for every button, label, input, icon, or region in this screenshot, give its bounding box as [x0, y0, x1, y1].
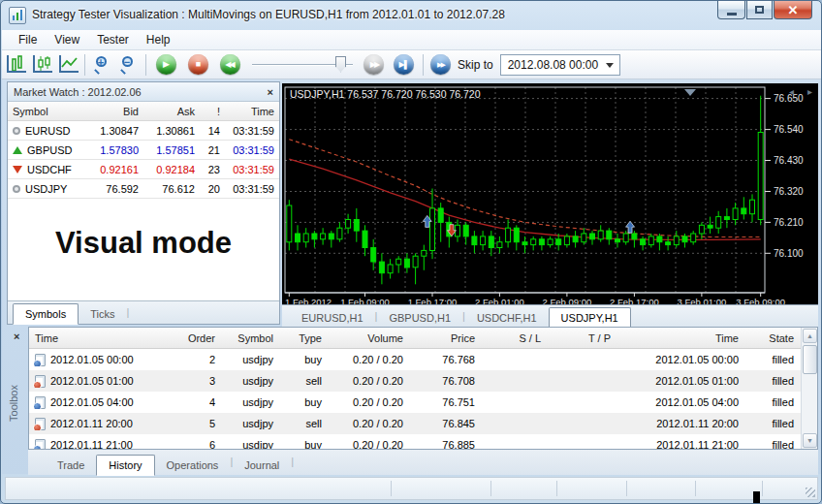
skip-to-button[interactable]: ▶▶	[427, 53, 454, 77]
market-watch-column-1[interactable]: Bid	[87, 106, 143, 117]
chevron-down-icon	[606, 63, 614, 68]
cell-value: filled	[744, 439, 800, 450]
bar-chart-button[interactable]	[2, 53, 28, 77]
history-column-4[interactable]: Volume	[328, 332, 409, 344]
cell-value: 2012.01.05 00:00	[50, 354, 134, 365]
tick-flat-icon	[13, 127, 20, 135]
menu-file[interactable]: File	[10, 31, 46, 48]
history-column-9[interactable]: State	[744, 332, 800, 344]
market-watch-panel: Market Watch : 2012.02.06 × SymbolBidAsk…	[7, 81, 280, 325]
menu-help[interactable]: Help	[138, 31, 179, 48]
skip-to-icon: ▶▶	[430, 54, 451, 75]
chart-tab-strip: EURUSD,H1|GBPUSD,H1|USDCHF,H1USDJPY,H1	[282, 304, 818, 328]
rewind-button[interactable]: ◀◀	[217, 53, 243, 77]
history-panel: TimeOrderSymbolTypeVolumePriceS / LT / P…	[28, 327, 818, 450]
fast-forward-button[interactable]: ▶▶	[361, 53, 387, 77]
symbols-tab-ticks[interactable]: Ticks	[79, 305, 126, 324]
history-column-2[interactable]: Symbol	[221, 332, 279, 344]
zoom-out-icon: −	[119, 55, 139, 75]
fast-forward-icon: ▶▶	[364, 54, 384, 75]
toolbox-tab-trade[interactable]: Trade	[46, 457, 96, 475]
toolbox-tab-history[interactable]: History	[96, 455, 154, 476]
minimize-button[interactable]	[717, 1, 745, 19]
market-watch-column-0[interactable]: Symbol	[8, 106, 87, 117]
speed-slider[interactable]	[252, 53, 353, 77]
cell-value: buy	[279, 396, 328, 408]
spread-value: 23	[200, 164, 225, 175]
client-area: Market Watch : 2012.02.06 × SymbolBidAsk…	[2, 79, 822, 474]
toolbox-close-icon[interactable]: ×	[14, 331, 19, 341]
chart-tab-gbpusd-h1[interactable]: GBPUSD,H1	[377, 309, 462, 328]
scroll-up-icon[interactable]: ▲	[803, 329, 817, 343]
scroll-down-icon[interactable]: ▼	[803, 433, 817, 448]
cell-value: sell	[279, 375, 328, 387]
play-button[interactable]: ▶	[153, 53, 179, 77]
history-column-1[interactable]: Order	[174, 332, 221, 344]
skip-date-select[interactable]: 2012.08.08 00:00	[500, 54, 620, 76]
scrollbar-thumb[interactable]	[803, 345, 817, 374]
history-row[interactable]: 2012.01.05 01:003usdjpysell0.20 / 0.2076…	[29, 370, 801, 392]
line-chart-button[interactable]	[54, 53, 80, 77]
stop-button[interactable]: ■	[185, 53, 211, 77]
maximize-button[interactable]	[746, 1, 773, 19]
price-chart[interactable]: 76.65076.54076.43076.32076.21076.1001 Fe…	[282, 83, 818, 304]
history-row[interactable]: 2012.01.05 00:002usdjpybuy0.20 / 0.2076.…	[29, 349, 801, 370]
history-column-5[interactable]: Price	[409, 332, 481, 344]
close-button[interactable]: ✕	[774, 1, 812, 19]
chart-tab-eurusd-h1[interactable]: EURUSD,H1	[290, 309, 375, 328]
history-row[interactable]: 2012.01.11 21:006usdjpybuy0.20 / 0.2076.…	[29, 434, 801, 450]
market-watch-row[interactable]: USDCHF0.921610.921842303:31:59	[8, 160, 279, 179]
market-watch-row[interactable]: EURUSD1.308471.308611403:31:59	[8, 121, 279, 141]
menu-view[interactable]: View	[46, 31, 88, 48]
chart-tabs-scroll-right-icon[interactable]: ▸	[807, 86, 812, 97]
market-watch-column-4[interactable]: Time	[225, 106, 279, 117]
history-column-0[interactable]: Time	[29, 332, 174, 344]
menu-bar: File View Tester Help	[2, 30, 822, 50]
history-column-8[interactable]: Time	[616, 332, 744, 344]
market-watch-row[interactable]: GBPUSD1.578301.578512103:31:59	[8, 141, 279, 160]
cell-value: buy	[279, 439, 328, 450]
resize-grip[interactable]	[806, 488, 815, 497]
time-value: 03:31:59	[225, 164, 279, 175]
market-watch-column-2[interactable]: Ask	[143, 106, 200, 117]
cell-value: buy	[279, 354, 328, 365]
chart-tab-usdchf-h1[interactable]: USDCHF,H1	[465, 309, 549, 328]
visual-mode-text: Visual mode	[8, 226, 279, 261]
buy-order-icon	[35, 439, 46, 451]
cell-value: 2012.01.05 04:00	[616, 396, 744, 408]
market-watch-close-icon[interactable]: ×	[268, 87, 273, 97]
candlestick-chart-button[interactable]	[28, 53, 54, 77]
history-scrollbar[interactable]: ▲ ▼	[801, 328, 817, 449]
menu-tester[interactable]: Tester	[88, 31, 138, 48]
toolbox-tab-operations[interactable]: Operations	[155, 457, 231, 475]
symbol-name: EURUSD	[25, 125, 70, 137]
cell-value: 76.768	[409, 354, 481, 365]
toolbar-separator	[145, 54, 146, 76]
tab-separator: |	[291, 456, 294, 469]
toolbox-tab-journal[interactable]: Journal	[233, 457, 291, 475]
cell-value: usdjpy	[221, 375, 279, 387]
bid-value: 1.57830	[87, 144, 143, 156]
sell-order-icon	[35, 375, 46, 388]
history-column-6[interactable]: S / L	[481, 332, 547, 344]
skip-to-end-button[interactable]: ▶▌	[391, 53, 417, 77]
market-watch-column-3[interactable]: !	[200, 106, 225, 117]
slider-thumb[interactable]	[335, 56, 346, 73]
cell-value: 2012.01.11 20:00	[50, 418, 133, 429]
chart-tab-usdjpy-h1[interactable]: USDJPY,H1	[549, 307, 631, 329]
chart-tabs-scroll-left-icon[interactable]: ◂	[789, 86, 794, 97]
market-watch-row[interactable]: USDJPY76.59276.6122003:31:59	[8, 179, 279, 199]
title-bar[interactable]: Strategy Tester Visualization : MultiMov…	[1, 1, 821, 30]
cell-value: filled	[744, 418, 800, 429]
cell-value: 2012.01.05 01:00	[50, 375, 134, 387]
cell-value: 76.885	[409, 439, 481, 450]
zoom-in-button[interactable]: +	[89, 53, 115, 77]
cell-value: usdjpy	[221, 418, 279, 429]
zoom-out-button[interactable]: −	[115, 53, 142, 77]
history-column-3[interactable]: Type	[279, 332, 328, 344]
history-row[interactable]: 2012.01.11 20:005usdjpysell0.20 / 0.2076…	[29, 413, 801, 434]
history-column-7[interactable]: T / P	[547, 332, 616, 344]
history-row[interactable]: 2012.01.05 04:004usdjpybuy0.20 / 0.2076.…	[29, 392, 801, 413]
symbols-tab-symbols[interactable]: Symbols	[13, 303, 79, 325]
buy-order-icon	[35, 396, 46, 409]
